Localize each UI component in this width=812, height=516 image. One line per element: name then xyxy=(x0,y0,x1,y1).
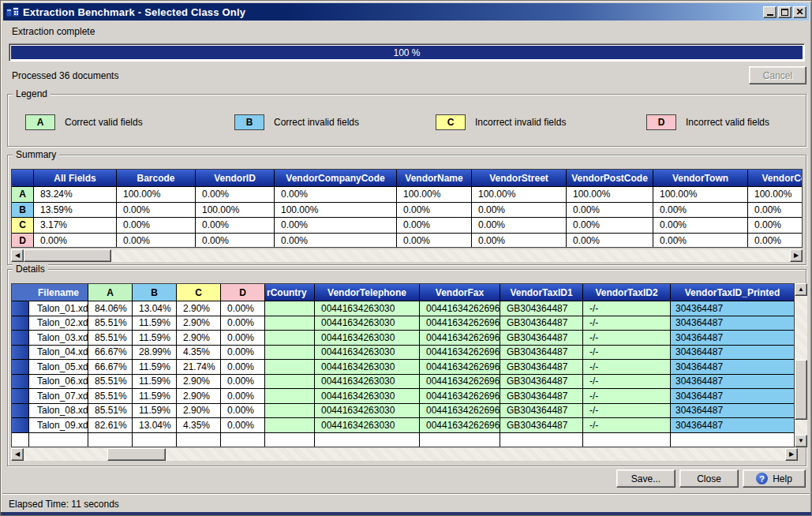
details-vscroll-up-arrow-icon[interactable]: ▲ xyxy=(795,283,807,296)
details-cell: -/- xyxy=(583,316,671,331)
summary-hscroll-left-arrow-icon[interactable]: ◀ xyxy=(11,249,24,262)
summary-cell: 0.00% xyxy=(196,218,275,234)
details-cell: 00441634262696 xyxy=(420,389,500,404)
summary-row-C: C3.17%0.00%0.00%0.00%0.00%0.00%0.00%0.00… xyxy=(12,218,802,234)
details-vscroll-down-arrow-icon[interactable]: ▼ xyxy=(795,435,807,447)
cancel-button[interactable]: Cancel xyxy=(749,66,806,84)
legend-item-C: CIncorrect invalid fields xyxy=(436,114,566,131)
details-filename-cell: Talon_04.xdc xyxy=(29,346,88,361)
details-cell: 304364487 xyxy=(671,301,795,316)
details-header-row: FilenameABCDrCountryVendorTelephoneVendo… xyxy=(12,284,794,301)
row-selector[interactable] xyxy=(12,389,29,404)
details-column-header: VendorTaxID_Printed xyxy=(671,284,795,301)
maximize-button[interactable] xyxy=(778,6,791,18)
details-row: Talon_09.xdc82.61%13.04%4.35%0.00%004416… xyxy=(12,418,794,433)
details-hscroll-right-arrow-icon[interactable]: ▶ xyxy=(785,448,798,461)
details-cell: GB304364487 xyxy=(500,418,583,433)
details-vscroll-track[interactable]: ▲ ▼ xyxy=(795,283,807,447)
summary-cell: 100.00% xyxy=(567,187,653,203)
details-column-header: Filename xyxy=(29,284,88,301)
progress-percent: 100 % xyxy=(9,44,804,61)
details-cell xyxy=(265,418,315,433)
summary-group: Summary All FieldsBarcodeVendorIDVendorC… xyxy=(7,155,806,265)
details-column-header: VendorTaxID1 xyxy=(500,284,583,301)
details-hscroll-track[interactable]: ◀ ▶ xyxy=(11,448,798,461)
details-empty-cell xyxy=(88,433,133,447)
summary-cell: 100.00% xyxy=(117,187,196,203)
close-button[interactable]: ✕ xyxy=(793,6,806,18)
summary-cell: 0.00% xyxy=(472,234,567,249)
elapsed-time-text: Elapsed Time: 11 seconds xyxy=(9,499,119,510)
details-selector-header xyxy=(12,284,29,301)
details-cell: -/- xyxy=(583,360,671,375)
details-cell: 304364487 xyxy=(671,331,795,346)
summary-cell: 0.00% xyxy=(117,203,196,219)
close-dialog-button[interactable]: Close xyxy=(679,469,739,488)
row-selector[interactable] xyxy=(12,375,29,390)
details-cell: 00441634262696 xyxy=(420,346,500,361)
details-cell: GB304364487 xyxy=(500,301,583,316)
details-cell: 0.00% xyxy=(221,316,265,331)
legend-swatch-C: C xyxy=(436,114,466,130)
details-filename-cell: Talon_09.xdc xyxy=(29,418,88,433)
details-filename-cell: Talon_05.xdc xyxy=(29,360,88,375)
details-cell: 11.59% xyxy=(133,331,177,346)
summary-hscroll-thumb[interactable] xyxy=(24,249,111,262)
row-selector[interactable] xyxy=(12,404,29,419)
details-cell: GB304364487 xyxy=(500,360,583,375)
details-column-header: VendorTelephone xyxy=(315,284,420,301)
summary-hscroll-track[interactable]: ◀ ▶ xyxy=(11,249,803,262)
details-cell: -/- xyxy=(583,389,671,404)
dialog-window: Extraction Benchmark - Selected Class On… xyxy=(0,0,812,516)
details-empty-cell xyxy=(671,433,795,447)
details-cell: 85.51% xyxy=(88,375,133,390)
details-cell: 85.51% xyxy=(88,331,133,346)
details-column-header: B xyxy=(133,284,177,301)
row-selector[interactable] xyxy=(12,346,29,361)
details-filename-cell: Talon_02.xdc xyxy=(29,316,88,331)
row-selector[interactable] xyxy=(12,331,29,346)
details-cell: 304364487 xyxy=(671,375,795,390)
details-cell: 00441634262696 xyxy=(420,418,500,433)
details-row: Talon_01.xdc84.06%13.04%2.90%0.00%004416… xyxy=(12,301,794,316)
summary-cell: 100.00% xyxy=(275,203,397,219)
details-cell: -/- xyxy=(583,346,671,361)
details-cell: 0.00% xyxy=(221,360,265,375)
details-hscroll-thumb[interactable] xyxy=(107,448,166,461)
details-vscroll-thumb[interactable] xyxy=(795,360,807,420)
details-cell xyxy=(265,301,315,316)
details-empty-cell xyxy=(29,433,88,447)
details-cell xyxy=(265,404,315,419)
details-hscroll-left-arrow-icon[interactable]: ◀ xyxy=(11,448,24,461)
summary-row-D: D0.00%0.00%0.00%0.00%0.00%0.00%0.00%0.00… xyxy=(12,234,802,249)
details-cell: 0.00% xyxy=(221,389,265,404)
details-cell: 304364487 xyxy=(671,316,795,331)
details-cell: 11.59% xyxy=(133,404,177,419)
legend-group: Legend ACorrect valid fieldsBCorrect inv… xyxy=(7,94,806,147)
summary-hscroll-right-arrow-icon[interactable]: ▶ xyxy=(790,249,803,262)
details-cell: 00441634262696 xyxy=(420,375,500,390)
legend-swatch-D: D xyxy=(646,114,676,130)
title-bar[interactable]: Extraction Benchmark - Selected Class On… xyxy=(3,3,809,21)
help-button[interactable]: ? Help xyxy=(743,469,806,488)
minimize-button[interactable] xyxy=(763,6,776,18)
row-selector[interactable] xyxy=(12,360,29,375)
summary-cell: 100.00% xyxy=(748,187,803,203)
details-table: FilenameABCDrCountryVendorTelephoneVendo… xyxy=(11,283,795,447)
summary-cell: 0.00% xyxy=(397,203,472,219)
summary-column-header: Barcode xyxy=(117,170,196,187)
row-selector[interactable] xyxy=(12,301,29,316)
summary-column-header: VendorCompanyCode xyxy=(275,170,397,187)
summary-row-key: C xyxy=(12,218,34,234)
details-cell: 00441634263030 xyxy=(315,389,420,404)
details-cell: 00441634262696 xyxy=(420,404,500,419)
save-button[interactable]: Save... xyxy=(616,469,675,488)
row-selector[interactable] xyxy=(12,316,29,331)
summary-row-key: A xyxy=(12,187,34,203)
details-cell: 21.74% xyxy=(177,360,221,375)
save-button-label: Save... xyxy=(631,473,660,484)
details-cell: 82.61% xyxy=(88,418,133,433)
row-selector[interactable] xyxy=(12,418,29,433)
details-column-header: VendorFax xyxy=(420,284,500,301)
details-cell: GB304364487 xyxy=(500,346,583,361)
